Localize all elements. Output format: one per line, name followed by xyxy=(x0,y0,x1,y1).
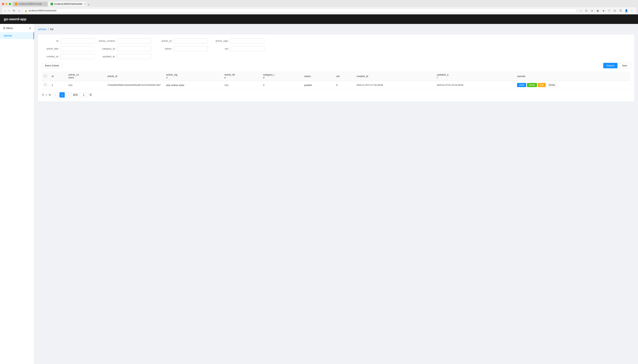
filter-label-uid: uid: xyxy=(212,47,229,50)
tab-label-1: localhost:8080/#/model xyxy=(19,3,42,5)
sidebar-item-articles[interactable]: articles xyxy=(0,32,34,39)
search-button[interactable]: Search xyxy=(603,63,617,68)
sidebar: ☰ Menu ∧ articles xyxy=(0,24,34,364)
filter-field-updated-at: updated_at: xyxy=(98,54,151,59)
tab-favicon-1 xyxy=(15,3,18,5)
more-button[interactable]: ⋮ xyxy=(630,8,634,13)
new-tab-button[interactable]: + xyxy=(87,3,91,6)
data-table: id article_content article_id article_si… xyxy=(42,71,630,89)
batch-delete-button[interactable]: Batch Delete xyxy=(42,63,62,68)
cell-article-content-0: 111 xyxy=(66,81,105,89)
reload-button[interactable]: ↻ xyxy=(12,8,16,13)
pagination-page-1[interactable]: 1 xyxy=(60,92,65,98)
extension-6-button[interactable]: ⊡ xyxy=(612,8,617,13)
sidebar-item-articles-label: articles xyxy=(4,34,12,37)
select-all-checkbox[interactable] xyxy=(44,74,47,77)
pagination-total-prefix: 共 xyxy=(42,93,44,96)
traffic-light-yellow[interactable] xyxy=(5,3,8,5)
bookmark-button[interactable]: ☆ xyxy=(578,8,583,13)
extension-7-button[interactable]: ☰ xyxy=(618,8,623,13)
tab-favicon-2 xyxy=(51,3,53,5)
home-button[interactable]: ⌂ xyxy=(18,8,21,13)
filter-form: id: article_content: article_id: article… xyxy=(42,38,630,59)
filter-input-id[interactable] xyxy=(60,38,95,44)
th-uid: uid xyxy=(334,71,354,81)
filter-input-uid[interactable] xyxy=(230,46,264,51)
profile-button[interactable]: 👤 xyxy=(624,8,628,13)
pagination-goto: 跳至 页 xyxy=(73,93,92,97)
browser-chrome: localhost:8080/#/model ✕ localhost:8082/… xyxy=(0,0,638,14)
cell-operate-0: View Detail Edit Delete xyxy=(515,81,630,89)
extension-4-button[interactable]: ◈ xyxy=(601,8,606,13)
filter-row-1: id: article_content: article_id: article… xyxy=(42,38,630,44)
filter-field-article-title: article_title: xyxy=(42,46,95,51)
sidebar-menu-header[interactable]: ☰ Menu ∧ xyxy=(0,24,34,32)
filter-input-category-id[interactable] xyxy=(117,46,151,51)
address-bar[interactable]: 🔒 localhost:8082/#/articles/list xyxy=(22,8,577,13)
filter-row-2: article_title: category_id: status: uid: xyxy=(42,46,630,51)
breadcrumb-current: list xyxy=(50,28,53,31)
filter-input-article-sign[interactable] xyxy=(230,38,264,44)
pagination-goto-input[interactable] xyxy=(79,93,88,97)
extension-2-button[interactable]: ● xyxy=(590,8,594,13)
filter-input-article-content[interactable] xyxy=(117,38,151,44)
tab-close-1[interactable]: ✕ xyxy=(44,3,46,5)
filter-field-article-id: article_id: xyxy=(155,38,208,44)
cell-id-0: 1 xyxy=(49,81,66,89)
pagination: 共 1 条 ‹ 1 › 跳至 页 xyxy=(42,92,630,98)
th-id: id xyxy=(49,71,66,81)
tab-close-2[interactable]: ✕ xyxy=(84,3,86,5)
forward-button[interactable]: › xyxy=(8,8,10,13)
lock-icon: 🔒 xyxy=(25,10,27,12)
filter-input-updated-at[interactable] xyxy=(117,54,151,59)
filter-input-article-id[interactable] xyxy=(174,38,208,44)
filter-label-category-id: category_id: xyxy=(98,47,116,50)
extension-5-button[interactable]: ▽ xyxy=(607,8,611,13)
new-button[interactable]: New xyxy=(619,63,630,68)
delete-button-0[interactable]: Delete xyxy=(546,83,557,87)
menu-label: Menu xyxy=(6,26,13,30)
filter-input-status[interactable] xyxy=(174,46,208,51)
th-status: status xyxy=(302,71,334,81)
pagination-next-button[interactable]: › xyxy=(66,92,72,98)
filter-field-uid: uid: xyxy=(212,46,264,51)
row-checkbox-0[interactable] xyxy=(44,84,47,86)
filter-label-article-sign: article_sign: xyxy=(212,40,229,42)
filter-label-article-title: article_title: xyxy=(42,47,59,50)
traffic-light-red[interactable] xyxy=(2,3,4,5)
filter-label-created-at: created_at: xyxy=(42,55,59,58)
pagination-prev-button[interactable]: ‹ xyxy=(53,92,58,98)
filter-field-article-sign: article_sign: xyxy=(212,38,264,44)
action-bar-left: Batch Delete xyxy=(42,63,62,68)
th-created-at: created_at xyxy=(354,71,434,81)
filter-label-article-id: article_id: xyxy=(155,40,172,42)
detail-button-0[interactable]: Detail xyxy=(527,83,537,87)
filter-label-article-content: article_content: xyxy=(98,40,116,42)
breadcrumb-parent[interactable]: articles xyxy=(38,28,46,31)
cell-updated-at-0: 2020-04-27T21:23:24+08:00 xyxy=(434,81,515,89)
extension-1-button[interactable]: G xyxy=(584,8,589,13)
filter-label-status: status: xyxy=(155,47,172,50)
extension-3-button[interactable]: ◉ xyxy=(595,8,600,13)
pagination-total-suffix: 条 xyxy=(49,93,51,96)
cell-created-at-0: 2019-12-13T17:27:35+08:00 xyxy=(354,81,434,89)
th-article-content: article_content xyxy=(66,71,105,81)
breadcrumb-separator: / xyxy=(48,28,49,31)
th-checkbox xyxy=(42,71,49,81)
pagination-goto-prefix: 跳至 xyxy=(73,93,78,96)
view-button-0[interactable]: View xyxy=(517,83,526,87)
back-button[interactable]: ‹ xyxy=(4,8,6,13)
filter-input-created-at[interactable] xyxy=(60,54,95,59)
pagination-total: 1 xyxy=(46,94,47,96)
browser-tab-2[interactable]: localhost:8082/#/articles/list ✕ xyxy=(48,2,86,6)
filter-field-category-id: category_id: xyxy=(98,46,151,51)
filter-input-article-title[interactable] xyxy=(60,46,95,51)
tab-label-2: localhost:8082/#/articles/list xyxy=(54,3,82,5)
th-operate: operate xyxy=(515,71,630,81)
traffic-light-green[interactable] xyxy=(9,3,11,5)
edit-button-0[interactable]: Edit xyxy=(538,83,546,87)
cell-article-title-0: 111 xyxy=(222,81,261,89)
content-card: id: article_content: article_id: article… xyxy=(38,34,634,101)
th-article-sign: article_sign xyxy=(164,71,222,81)
browser-tab-1[interactable]: localhost:8080/#/model ✕ xyxy=(13,2,48,6)
